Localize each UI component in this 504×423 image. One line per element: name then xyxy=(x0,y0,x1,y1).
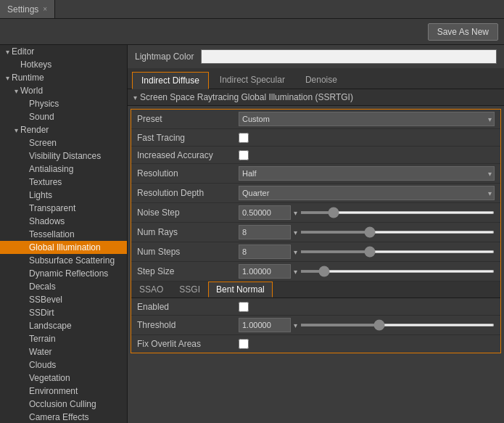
fix-overlit-checkbox[interactable] xyxy=(239,339,249,349)
close-tab-icon[interactable]: × xyxy=(43,5,47,13)
sub-tab-ssao[interactable]: SSAO xyxy=(131,282,171,297)
settings-tab[interactable]: Settings × xyxy=(0,0,55,18)
sidebar-item-label: Global Illumination xyxy=(29,242,127,252)
sidebar-item-screen[interactable]: Screen xyxy=(0,136,127,149)
sidebar-item-visibility-distances[interactable]: Visibility Distances xyxy=(0,149,127,163)
section-arrow-icon: ▾ xyxy=(133,94,137,102)
sidebar-item-tessellation[interactable]: Tessellation xyxy=(0,228,127,241)
sidebar-item-dynamic-reflections[interactable]: Dynamic Reflections xyxy=(0,267,127,280)
noise-step-input[interactable] xyxy=(239,205,291,220)
num-steps-label: Num Steps xyxy=(137,247,239,257)
step-size-control: ▾ xyxy=(239,264,495,279)
sidebar-item-ssdirt[interactable]: SSDirt xyxy=(0,306,127,319)
sidebar-item-global-illumination[interactable]: Global Illumination xyxy=(0,241,127,254)
sidebar-item-label: World xyxy=(20,86,127,96)
sidebar-item-clouds[interactable]: Clouds xyxy=(0,358,127,371)
threshold-control: ▾ xyxy=(239,318,495,332)
sidebar-item-label: Decals xyxy=(29,282,127,292)
lightmap-color-input[interactable] xyxy=(201,49,497,64)
enabled-checkbox[interactable] xyxy=(239,302,249,312)
preset-label: Preset xyxy=(137,114,239,124)
resolution-control: Full Half Quarter xyxy=(239,166,495,181)
sidebar-item-landscape[interactable]: Landscape xyxy=(0,319,127,332)
resolution-select[interactable]: Full Half Quarter xyxy=(239,166,495,181)
step-size-slider[interactable] xyxy=(300,270,495,273)
save-new-button[interactable]: Save As New xyxy=(428,23,498,41)
threshold-row: Threshold ▾ xyxy=(131,316,500,335)
fix-overlit-label: Fix Overlit Areas xyxy=(137,339,239,349)
sub-tab-bar: SSAOSSGIBent Normal xyxy=(131,282,500,298)
fast-tracing-checkbox[interactable] xyxy=(239,133,249,143)
sidebar-item-textures[interactable]: Textures xyxy=(0,176,127,189)
arrow-icon: ▾ xyxy=(12,126,20,134)
sidebar-item-lights[interactable]: Lights xyxy=(0,189,127,202)
sidebar-item-label: Occlusion Culling xyxy=(29,399,127,409)
num-rays-input[interactable] xyxy=(239,225,291,239)
arrow-icon: ▾ xyxy=(3,74,12,82)
sidebar-item-label: Textures xyxy=(29,177,127,187)
num-rays-slider[interactable] xyxy=(300,231,495,234)
sidebar-item-terrain[interactable]: Terrain xyxy=(0,332,127,345)
tab-indirect-specular[interactable]: Indirect Specular xyxy=(210,71,294,89)
sidebar-item-subsurface-scattering[interactable]: Subsurface Scattering xyxy=(0,254,127,267)
enabled-row: Enabled xyxy=(131,298,500,316)
sidebar-item-label: Lights xyxy=(29,190,127,200)
noise-step-spinner-icon[interactable]: ▾ xyxy=(294,209,297,217)
threshold-input[interactable] xyxy=(239,318,291,332)
num-rays-control: ▾ xyxy=(239,225,495,239)
num-steps-slider[interactable] xyxy=(300,250,495,253)
threshold-spinner-icon[interactable]: ▾ xyxy=(294,321,297,329)
sidebar-item-transparent[interactable]: Transparent xyxy=(0,202,127,215)
sidebar-item-hotkeys[interactable]: Hotkeys xyxy=(0,58,127,71)
sidebar-item-label: Environment xyxy=(29,386,127,396)
settings-panel: Preset Custom Low Medium High Ultra xyxy=(131,109,501,353)
sidebar-item-label: Editor xyxy=(12,46,127,57)
num-rays-spinner-icon[interactable]: ▾ xyxy=(294,229,297,237)
fast-tracing-label: Fast Tracing xyxy=(137,133,239,143)
num-steps-spinner-icon[interactable]: ▾ xyxy=(294,248,297,256)
sidebar-item-editor[interactable]: ▾Editor xyxy=(0,45,127,58)
sub-tab-ssgi[interactable]: SSGI xyxy=(171,282,208,297)
sidebar-item-antialiasing[interactable]: Antialiasing xyxy=(0,163,127,176)
sidebar-item-camera-effects[interactable]: Camera Effects xyxy=(0,411,127,423)
sidebar-item-physics[interactable]: Physics xyxy=(0,97,127,110)
sidebar-item-decals[interactable]: Decals xyxy=(0,280,127,293)
step-size-spinner-icon[interactable]: ▾ xyxy=(294,268,297,276)
sidebar-item-runtime[interactable]: ▾Runtime xyxy=(0,71,127,84)
preset-control: Custom Low Medium High Ultra xyxy=(239,112,495,126)
sidebar-item-label: Water xyxy=(29,347,127,357)
sidebar-item-ssbevel[interactable]: SSBevel xyxy=(0,293,127,306)
num-steps-input[interactable] xyxy=(239,245,291,259)
step-size-input[interactable] xyxy=(239,264,291,279)
noise-step-slider[interactable] xyxy=(300,211,495,214)
fix-overlit-row: Fix Overlit Areas xyxy=(131,335,500,353)
enabled-label: Enabled xyxy=(137,302,239,312)
num-rays-label: Num Rays xyxy=(137,227,239,237)
main-tab-bar: Indirect DiffuseIndirect SpecularDenoise xyxy=(128,68,504,89)
sidebar-item-label: SSDirt xyxy=(29,308,127,318)
sidebar-item-label: Subsurface Scattering xyxy=(29,255,127,266)
enabled-control xyxy=(239,302,495,312)
section-title: Screen Space Raytracing Global Illuminat… xyxy=(140,92,353,102)
sidebar-item-sound[interactable]: Sound xyxy=(0,110,127,123)
sidebar-item-label: Dynamic Reflections xyxy=(29,268,127,279)
sidebar-item-shadows[interactable]: Shadows xyxy=(0,215,127,228)
tab-title: Settings xyxy=(7,4,38,15)
threshold-slider[interactable] xyxy=(300,324,495,327)
sidebar-item-render[interactable]: ▾Render xyxy=(0,123,127,136)
resolution-label: Resolution xyxy=(137,168,239,178)
sidebar-item-environment[interactable]: Environment xyxy=(0,385,127,398)
increased-accuracy-checkbox[interactable] xyxy=(239,150,249,160)
preset-select[interactable]: Custom Low Medium High Ultra xyxy=(239,112,495,126)
tab-indirect-diffuse[interactable]: Indirect Diffuse xyxy=(132,72,209,89)
resolution-select-wrapper: Full Half Quarter xyxy=(239,166,495,181)
sidebar-item-label: Screen xyxy=(29,138,127,148)
sidebar-item-world[interactable]: ▾World xyxy=(0,84,127,97)
resolution-depth-select[interactable]: Full Half Quarter xyxy=(239,186,495,200)
sidebar-item-occlusion-culling[interactable]: Occlusion Culling xyxy=(0,398,127,411)
lightmap-label: Lightmap Color xyxy=(135,52,194,62)
sidebar-item-vegetation[interactable]: Vegetation xyxy=(0,371,127,385)
tab-denoise[interactable]: Denoise xyxy=(296,71,347,89)
sub-tab-bent-normal[interactable]: Bent Normal xyxy=(208,282,273,297)
sidebar-item-water[interactable]: Water xyxy=(0,345,127,358)
